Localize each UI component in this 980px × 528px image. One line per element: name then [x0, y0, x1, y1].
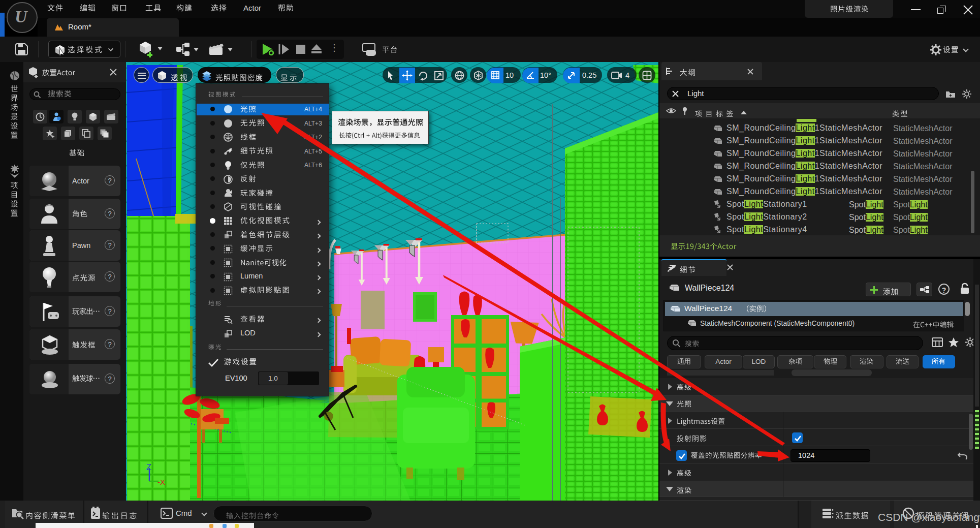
svg-text:-X: -X	[157, 478, 165, 486]
svg-text:Z: Z	[146, 463, 151, 472]
